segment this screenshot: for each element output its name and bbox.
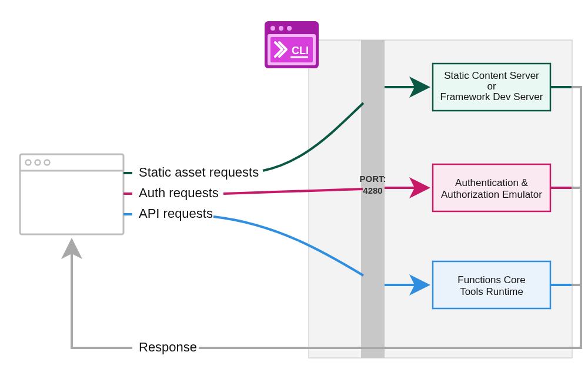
auth-requests-label: Auth requests xyxy=(139,185,219,200)
browser-icon xyxy=(20,154,123,234)
cli-icon: CLI xyxy=(265,21,319,68)
cli-label: CLI xyxy=(292,45,309,57)
response-label: Response xyxy=(139,340,197,354)
svg-point-2 xyxy=(279,26,283,31)
auth-box-line1: Authentication & xyxy=(455,177,528,188)
functions-box: Functions Core Tools Runtime xyxy=(433,261,550,308)
functions-box-line2: Tools Runtime xyxy=(460,286,523,297)
auth-box: Authentication & Authorization Emulator xyxy=(433,164,550,211)
port-number-text: 4280 xyxy=(363,185,382,195)
svg-rect-7 xyxy=(20,154,123,234)
static-requests-label: Static asset requests xyxy=(139,165,259,180)
auth-box-line2: Authorization Emulator xyxy=(441,189,542,200)
functions-box-line1: Functions Core xyxy=(457,274,525,286)
svg-point-1 xyxy=(270,26,275,31)
port-label-text: PORT: xyxy=(360,174,386,184)
svg-point-3 xyxy=(287,26,292,31)
port-bar xyxy=(361,40,385,358)
static-box-line3: Framework Dev Server xyxy=(440,91,543,102)
static-content-box: Static Content Server or Framework Dev S… xyxy=(433,64,550,111)
api-requests-label: API requests xyxy=(139,206,213,221)
static-box-line1: Static Content Server xyxy=(444,70,539,81)
static-box-line2: or xyxy=(487,81,496,92)
